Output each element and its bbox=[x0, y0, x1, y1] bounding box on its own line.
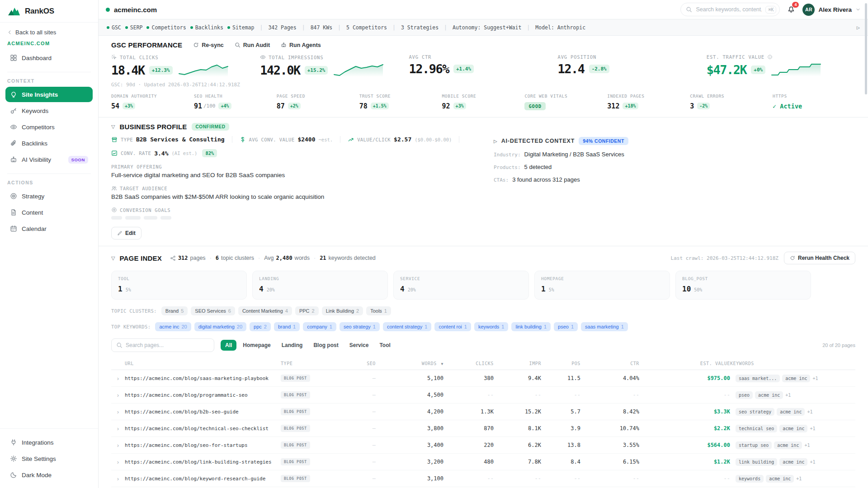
back-to-all-sites-link[interactable]: Back to all sites bbox=[0, 23, 98, 36]
keyword-chip-company[interactable]: company 1 bbox=[303, 322, 336, 331]
sidebar-item-label: Backlinks bbox=[22, 140, 47, 147]
column-header-impr[interactable]: IMPR bbox=[494, 361, 541, 366]
table-row[interactable]: › https://acmeinc.com/blog/link-building… bbox=[111, 454, 855, 470]
sidebar-item-site-settings[interactable]: Site Settings bbox=[5, 451, 93, 466]
keyword-tag: technical seo bbox=[736, 425, 777, 432]
rerun-health-check-button[interactable]: Rerun Health Check bbox=[784, 252, 855, 264]
cluster-chip-seo-services[interactable]: SEO Services 6 bbox=[191, 306, 235, 315]
table-row[interactable]: › https://acmeinc.com/blog/technical-seo… bbox=[111, 420, 855, 437]
filter-blog-post[interactable]: Blog post bbox=[309, 340, 343, 351]
gsc-action-run-audit[interactable]: Run Audit bbox=[235, 42, 270, 48]
expand-ai-context-icon[interactable]: ▷ bbox=[494, 139, 497, 144]
keyword-chip-acme-inc[interactable]: acme inc 20 bbox=[155, 322, 191, 331]
filter-tool[interactable]: Tool bbox=[375, 340, 395, 351]
status-stat-342-pages: 342 Pages bbox=[268, 24, 296, 31]
column-header-est-value[interactable]: EST. VALUE bbox=[639, 361, 730, 366]
cluster-chip-ppc[interactable]: PPC 2 bbox=[295, 306, 319, 315]
expand-row-icon[interactable]: › bbox=[111, 442, 125, 449]
keyword-chip-seo-strategy[interactable]: seo strategy 1 bbox=[340, 322, 380, 331]
notifications-button[interactable]: 4 bbox=[787, 5, 795, 14]
statusbar-expand-icon[interactable]: ▷ bbox=[857, 24, 860, 31]
column-header-pos[interactable]: POS bbox=[541, 361, 580, 366]
table-row[interactable]: › https://acmeinc.com/blog/programmatic-… bbox=[111, 387, 855, 404]
expand-row-icon[interactable]: › bbox=[111, 392, 125, 399]
page-type-badge: BLOG POST bbox=[281, 425, 310, 432]
clicks-cell: 380 bbox=[443, 375, 494, 381]
pages-search-input[interactable] bbox=[126, 342, 209, 348]
table-row[interactable]: › https://acmeinc.com/blog/seo-for-start… bbox=[111, 437, 855, 454]
seo-cell: – bbox=[349, 442, 376, 448]
sidebar-item-dark-mode[interactable]: Dark Mode bbox=[5, 467, 93, 483]
sidebar-item-calendar[interactable]: Calendar bbox=[5, 221, 93, 236]
page-type-filters: All Homepage Landing Blog post Service T… bbox=[221, 340, 395, 351]
keyword-chip-content-strategy[interactable]: content strategy 1 bbox=[383, 322, 431, 331]
info-icon[interactable] bbox=[767, 54, 773, 60]
robot-icon bbox=[281, 42, 287, 48]
filter-service[interactable]: Service bbox=[345, 340, 373, 351]
expand-row-icon[interactable]: › bbox=[111, 375, 125, 382]
global-search-input[interactable] bbox=[696, 6, 762, 13]
sidebar-item-keywords[interactable]: Keywords bbox=[5, 103, 93, 118]
expand-row-icon[interactable]: › bbox=[111, 425, 125, 432]
submetric-https: HTTPS ✓ Active bbox=[773, 94, 855, 111]
ai-context-row: CTAs: 3 found across 312 pages bbox=[494, 176, 628, 183]
sidebar-item-content[interactable]: Content bbox=[5, 205, 93, 220]
column-header-type[interactable]: TYPE bbox=[281, 361, 349, 366]
edit-business-profile-button[interactable]: Edit bbox=[111, 227, 142, 239]
sidebar-item-integrations[interactable]: Integrations bbox=[5, 435, 93, 450]
keyword-tag: acme inc bbox=[766, 475, 794, 483]
sidebar-item-site-insights[interactable]: Site Insights bbox=[5, 87, 93, 102]
cluster-chip-tools[interactable]: Tools 1 bbox=[366, 306, 391, 315]
keyword-chip-keywords[interactable]: keywords 1 bbox=[474, 322, 509, 331]
page-index-title: PAGE INDEX bbox=[119, 254, 161, 262]
collapse-page-index-icon[interactable]: ▽ bbox=[111, 255, 115, 261]
page-keywords-cell: link buildingacme inc +1 bbox=[730, 458, 855, 466]
sidebar-item-strategy[interactable]: Strategy bbox=[5, 188, 93, 204]
sidebar-item-dashboard[interactable]: Dashboard bbox=[5, 50, 93, 66]
expand-row-icon[interactable]: › bbox=[111, 408, 125, 415]
expand-row-icon[interactable]: › bbox=[111, 475, 125, 482]
column-header-seo[interactable]: SEO bbox=[349, 361, 376, 366]
sidebar-item-competitors[interactable]: Competitors bbox=[5, 119, 93, 135]
user-menu[interactable]: AR Alex Rivera bbox=[802, 4, 861, 16]
column-header-url[interactable]: URL bbox=[125, 361, 281, 366]
metric-delta-badge: -2.8% bbox=[589, 65, 609, 73]
filter-all[interactable]: All bbox=[221, 340, 236, 351]
cluster-chip-brand[interactable]: Brand 5 bbox=[161, 306, 188, 315]
metric-total-clicks: TOTAL CLICKS 18.4K +12.3% bbox=[111, 54, 260, 77]
search-icon bbox=[116, 342, 123, 348]
keyword-chip-brand[interactable]: brand 1 bbox=[274, 322, 300, 331]
sidebar-item-backlinks[interactable]: Backlinks bbox=[5, 136, 93, 151]
sidebar-item-ai-visibility[interactable]: AI Visibility SOON bbox=[5, 152, 93, 167]
keyword-chip-link-building[interactable]: link building 1 bbox=[511, 322, 551, 331]
keyword-chip-ppc[interactable]: ppc 2 bbox=[250, 322, 271, 331]
column-header-ctr[interactable]: CTR bbox=[580, 361, 639, 366]
more-keywords-count: +1 bbox=[807, 409, 812, 414]
table-row[interactable]: › https://acmeinc.com/blog/saas-marketin… bbox=[111, 370, 855, 387]
column-header-words[interactable]: WORDS ▼ bbox=[376, 361, 443, 366]
keyword-chip-digital-marketing[interactable]: digital marketing 20 bbox=[194, 322, 246, 331]
vertical-scrollbar[interactable] bbox=[865, 3, 867, 94]
collapse-business-profile-icon[interactable]: ▽ bbox=[111, 124, 115, 130]
cluster-chip-link-building[interactable]: Link Building 2 bbox=[322, 306, 363, 315]
global-search[interactable]: ⌘K bbox=[680, 3, 780, 16]
gsc-action-run-agents[interactable]: Run Agents bbox=[281, 42, 321, 48]
keyword-chip-saas-marketing[interactable]: saas marketing 1 bbox=[581, 322, 628, 331]
table-row[interactable]: › https://acmeinc.com/blog/keyword-resea… bbox=[111, 470, 855, 487]
gsc-action-resync[interactable]: Re-sync bbox=[193, 42, 224, 48]
sparkline bbox=[333, 63, 384, 77]
filter-homepage[interactable]: Homepage bbox=[238, 340, 275, 351]
keyword-chip-content-roi[interactable]: content roi 1 bbox=[434, 322, 471, 331]
column-header-clicks[interactable]: CLICKS bbox=[443, 361, 494, 366]
type-card-landing: LANDING 4 20% bbox=[252, 271, 388, 300]
filter-landing[interactable]: Landing bbox=[277, 340, 307, 351]
ctr-cell: 3.55% bbox=[580, 442, 639, 448]
column-header-keywords[interactable]: KEYWORDS bbox=[730, 361, 855, 366]
pages-search[interactable] bbox=[111, 338, 214, 352]
cluster-chip-content-marketing[interactable]: Content Marketing 4 bbox=[238, 306, 292, 315]
user-name: Alex Rivera bbox=[818, 6, 852, 13]
expand-row-icon[interactable]: › bbox=[111, 459, 125, 465]
keyword-chip-pseo[interactable]: pseo 1 bbox=[554, 322, 578, 331]
ctr-cell: -- bbox=[580, 475, 639, 482]
table-row[interactable]: › https://acmeinc.com/blog/b2b-seo-guide… bbox=[111, 404, 855, 420]
